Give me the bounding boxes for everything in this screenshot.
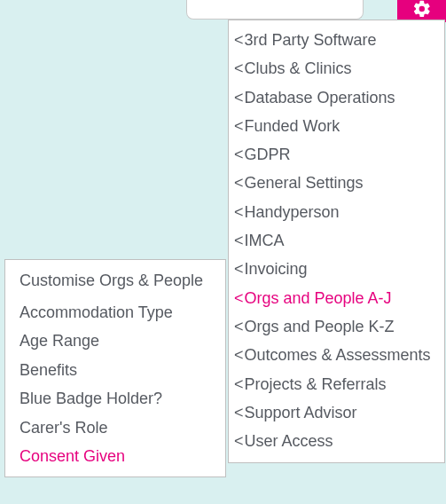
main-menu-item-label: GDPR — [245, 144, 437, 165]
main-menu-item-label: Support Advisor — [245, 402, 437, 423]
main-menu-item-label: Database Operations — [245, 87, 437, 108]
main-menu-item[interactable]: <Database Operations — [232, 83, 439, 112]
sub-menu-item[interactable]: Consent Given — [20, 442, 211, 471]
main-menu-item[interactable]: <User Access — [232, 427, 439, 455]
main-menu-item[interactable]: <GDPR — [232, 140, 439, 169]
main-menu-item[interactable]: <Orgs and People K-Z — [232, 312, 439, 341]
chevron-left-icon: < — [234, 201, 244, 223]
chevron-left-icon: < — [234, 344, 244, 366]
main-menu-item-label: Orgs and People K-Z — [245, 316, 437, 337]
main-menu-item-label: Outcomes & Assessments — [245, 344, 437, 366]
main-menu-item-label: IMCA — [245, 230, 437, 251]
main-menu-item[interactable]: <General Settings — [232, 169, 439, 197]
sub-menu-item[interactable]: Benefits — [20, 356, 211, 385]
top-search-input[interactable] — [186, 0, 364, 20]
chevron-left-icon: < — [234, 29, 244, 51]
main-menu-item[interactable]: <Projects & Referrals — [232, 370, 439, 398]
chevron-left-icon: < — [234, 144, 244, 165]
chevron-left-icon: < — [234, 230, 244, 251]
main-menu-item-label: Orgs and People A-J — [245, 287, 437, 309]
settings-main-menu: <3rd Party Software<Clubs & Clinics<Data… — [228, 20, 445, 463]
chevron-left-icon: < — [234, 87, 244, 108]
main-menu-item-label: User Access — [245, 430, 437, 452]
main-menu-item[interactable]: <Outcomes & Assessments — [232, 341, 439, 369]
chevron-left-icon: < — [234, 258, 244, 280]
settings-sub-menu: Customise Orgs & People Accommodation Ty… — [4, 259, 226, 477]
main-menu-item[interactable]: <Handyperson — [232, 198, 439, 226]
sub-menu-item[interactable]: Carer's Role — [20, 413, 211, 443]
chevron-left-icon: < — [234, 172, 244, 193]
main-menu-item-label: Clubs & Clinics — [245, 58, 437, 79]
main-menu-item[interactable]: <Support Advisor — [232, 398, 439, 427]
chevron-left-icon: < — [234, 430, 244, 452]
main-menu-item-label: General Settings — [245, 172, 437, 193]
main-menu-item-label: 3rd Party Software — [245, 29, 437, 51]
main-menu-item[interactable]: <Clubs & Clinics — [232, 54, 439, 83]
chevron-left-icon: < — [234, 402, 244, 423]
chevron-left-icon: < — [234, 316, 244, 337]
chevron-left-icon: < — [234, 58, 244, 79]
sub-menu-item[interactable]: Blue Badge Holder? — [20, 384, 211, 413]
main-menu-item[interactable]: <Orgs and People A-J — [232, 284, 439, 312]
sub-menu-item[interactable]: Accommodation Type — [20, 298, 211, 327]
chevron-left-icon: < — [234, 115, 244, 137]
main-menu-item-label: Funded Work — [245, 115, 437, 137]
chevron-left-icon: < — [234, 374, 244, 395]
sub-menu-header: Customise Orgs & People — [20, 271, 211, 291]
sub-menu-item[interactable]: Age Range — [20, 327, 211, 356]
main-menu-item[interactable]: <Funded Work — [232, 112, 439, 140]
main-menu-item[interactable]: <Invoicing — [232, 255, 439, 283]
chevron-left-icon: < — [234, 287, 244, 309]
main-menu-item[interactable]: <3rd Party Software — [232, 26, 439, 54]
main-menu-item-label: Invoicing — [245, 258, 437, 280]
main-menu-item-label: Projects & Referrals — [245, 374, 437, 395]
main-menu-item-label: Handyperson — [245, 201, 437, 223]
main-menu-item[interactable]: <IMCA — [232, 226, 439, 255]
